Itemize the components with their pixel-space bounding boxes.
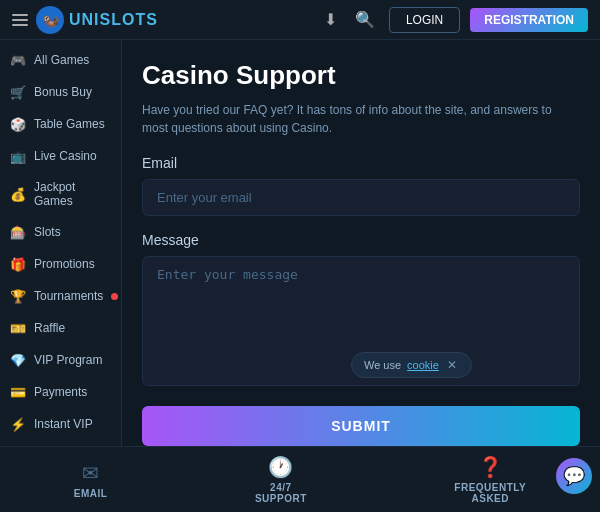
submit-button[interactable]: SUBMIT: [142, 406, 580, 446]
sidebar-item-slots[interactable]: 🎰 Slots: [0, 216, 121, 248]
email-field[interactable]: [142, 179, 580, 216]
sidebar-item-label: Instant VIP: [34, 417, 111, 431]
logo-text: UNISLOTS: [69, 11, 158, 29]
raffle-icon: 🎫: [10, 320, 26, 336]
message-label: Message: [142, 232, 580, 248]
cookie-link[interactable]: cookie: [407, 359, 439, 371]
sidebar-item-raffle[interactable]: 🎫 Raffle: [0, 312, 121, 344]
sidebar-item-payments[interactable]: 💳 Payments: [0, 376, 121, 408]
cookie-banner: We use cookie ✕: [351, 352, 472, 378]
sidebar-item-table-games[interactable]: 🎲 Table Games: [0, 108, 121, 140]
sidebar-item-label: Jackpot Games: [34, 180, 111, 208]
sidebar-item-promotions[interactable]: 🎁 Promotions: [0, 248, 121, 280]
sidebar-item-label: Live Casino: [34, 149, 111, 163]
all-games-icon: 🎮: [10, 52, 26, 68]
payments-icon: 💳: [10, 384, 26, 400]
sidebar-item-label: Slots: [34, 225, 111, 239]
sidebar: 🎮 All Games 🛒 Bonus Buy 🎲 Table Games 📺 …: [0, 40, 122, 446]
register-button[interactable]: REGISTRATION: [470, 8, 588, 32]
footer-support-label: 24/7SUPPORT: [255, 482, 307, 504]
sidebar-item-tournaments[interactable]: 🏆 Tournaments ▾: [0, 280, 121, 312]
sidebar-item-bonus-buy[interactable]: 🛒 Bonus Buy: [0, 76, 121, 108]
sidebar-item-all-games[interactable]: 🎮 All Games: [0, 44, 121, 76]
login-button[interactable]: LOGIN: [389, 7, 460, 33]
sidebar-item-vip-program[interactable]: 💎 VIP Program: [0, 344, 121, 376]
sidebar-item-label: Promotions: [34, 257, 111, 271]
header: 🦦 UNISLOTS ⬇ 🔍 LOGIN REGISTRATION: [0, 0, 600, 40]
sidebar-item-label: VIP Program: [34, 353, 111, 367]
main-content: Casino Support Have you tried our FAQ ye…: [122, 40, 600, 446]
footer-item-support[interactable]: 🕐 24/7SUPPORT: [255, 455, 307, 504]
tournaments-icon: 🏆: [10, 288, 26, 304]
tournaments-badge: [111, 293, 118, 300]
slots-icon: 🎰: [10, 224, 26, 240]
footer-item-email[interactable]: ✉ EMAIL: [74, 461, 108, 499]
header-right: ⬇ 🔍 LOGIN REGISTRATION: [320, 6, 588, 33]
sidebar-item-label: Tournaments: [34, 289, 103, 303]
cookie-text: We use: [364, 359, 401, 371]
chat-bubble[interactable]: 💬: [556, 458, 592, 494]
footer-faq-label: FREQUENTLYASKED: [454, 482, 526, 504]
page-title: Casino Support: [142, 60, 580, 91]
email-label: Email: [142, 155, 580, 171]
footer: ✉ EMAIL 🕐 24/7SUPPORT ❓ FREQUENTLYASKED: [0, 446, 600, 512]
footer-item-faq[interactable]: ❓ FREQUENTLYASKED: [454, 455, 526, 504]
cookie-close-button[interactable]: ✕: [445, 358, 459, 372]
live-casino-icon: 📺: [10, 148, 26, 164]
sidebar-item-label: Table Games: [34, 117, 111, 131]
header-left: 🦦 UNISLOTS: [12, 6, 158, 34]
sidebar-item-live-casino[interactable]: 📺 Live Casino: [0, 140, 121, 172]
clock-icon: 🕐: [268, 455, 293, 479]
sidebar-item-jackpot-games[interactable]: 💰 Jackpot Games: [0, 172, 121, 216]
sidebar-item-label: Raffle: [34, 321, 111, 335]
table-games-icon: 🎲: [10, 116, 26, 132]
hamburger-menu[interactable]: [12, 14, 28, 26]
faq-icon: ❓: [478, 455, 503, 479]
download-button[interactable]: ⬇: [320, 6, 341, 33]
footer-email-label: EMAIL: [74, 488, 108, 499]
sidebar-item-instant-vip[interactable]: ⚡ Instant VIP: [0, 408, 121, 440]
page-description: Have you tried our FAQ yet? It has tons …: [142, 101, 580, 137]
promotions-icon: 🎁: [10, 256, 26, 272]
sidebar-item-label: All Games: [34, 53, 111, 67]
search-button[interactable]: 🔍: [351, 6, 379, 33]
logo-icon: 🦦: [36, 6, 64, 34]
sidebar-item-label: Bonus Buy: [34, 85, 111, 99]
layout: 🎮 All Games 🛒 Bonus Buy 🎲 Table Games 📺 …: [0, 40, 600, 446]
jackpot-games-icon: 💰: [10, 186, 26, 202]
bonus-buy-icon: 🛒: [10, 84, 26, 100]
email-icon: ✉: [82, 461, 99, 485]
vip-icon: 💎: [10, 352, 26, 368]
sidebar-item-label: Payments: [34, 385, 111, 399]
instant-vip-icon: ⚡: [10, 416, 26, 432]
logo: 🦦 UNISLOTS: [36, 6, 158, 34]
